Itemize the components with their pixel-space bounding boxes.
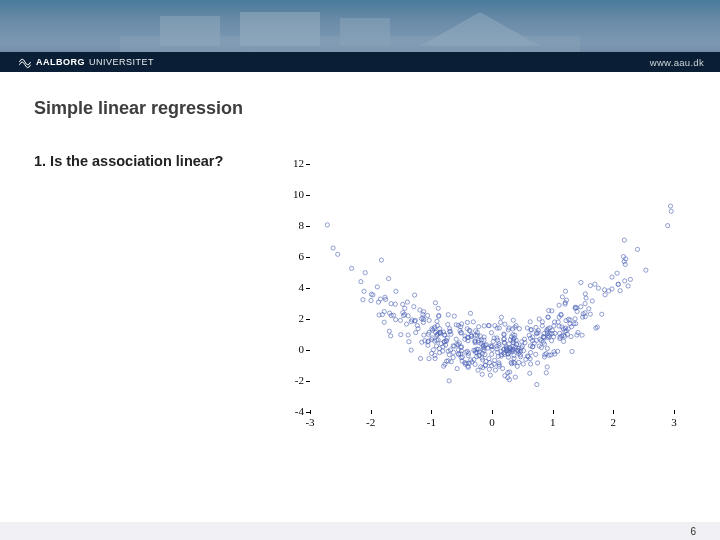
svg-point-479 — [452, 350, 456, 354]
svg-point-142 — [376, 300, 380, 304]
svg-point-191 — [468, 311, 472, 315]
y-tick-mark — [306, 288, 310, 289]
svg-point-344 — [544, 371, 548, 375]
svg-point-299 — [602, 288, 606, 292]
svg-point-312 — [476, 368, 480, 372]
svg-point-500 — [493, 324, 497, 328]
svg-point-53 — [499, 315, 503, 319]
svg-point-185 — [414, 331, 418, 335]
svg-point-466 — [392, 313, 396, 317]
svg-point-446 — [336, 252, 340, 256]
svg-point-434 — [403, 306, 407, 310]
svg-point-152 — [389, 334, 393, 338]
y-tick-mark — [306, 319, 310, 320]
svg-point-348 — [401, 302, 405, 306]
svg-point-186 — [427, 318, 431, 322]
svg-point-210 — [418, 308, 422, 312]
svg-point-301 — [590, 299, 594, 303]
svg-point-380 — [615, 271, 619, 275]
page-number: 6 — [690, 526, 696, 537]
svg-point-327 — [588, 312, 592, 316]
svg-point-58 — [446, 322, 450, 326]
y-tick-label: 4 — [280, 281, 304, 293]
svg-point-102 — [407, 340, 411, 344]
svg-point-331 — [616, 282, 620, 286]
svg-point-386 — [628, 277, 632, 281]
svg-point-267 — [378, 297, 382, 301]
svg-point-406 — [463, 362, 467, 366]
svg-point-264 — [426, 313, 430, 317]
x-tick-mark — [613, 410, 614, 414]
svg-point-292 — [416, 327, 420, 331]
svg-point-165 — [557, 324, 561, 328]
svg-point-452 — [644, 268, 648, 272]
svg-point-206 — [404, 322, 408, 326]
svg-point-42 — [398, 318, 402, 322]
x-tick-label: 1 — [543, 416, 563, 428]
svg-point-341 — [534, 352, 538, 356]
svg-point-328 — [552, 324, 556, 328]
logo-text-light: UNIVERSITET — [89, 57, 154, 67]
svg-point-236 — [435, 319, 439, 323]
svg-point-454 — [496, 354, 500, 358]
svg-point-398 — [455, 367, 459, 371]
x-tick-mark — [371, 410, 372, 414]
svg-point-364 — [402, 314, 406, 318]
svg-point-383 — [521, 362, 525, 366]
svg-point-258 — [566, 317, 570, 321]
svg-point-243 — [490, 352, 494, 356]
svg-point-467 — [515, 364, 519, 368]
svg-point-366 — [465, 320, 469, 324]
svg-point-458 — [512, 356, 516, 360]
svg-point-377 — [427, 357, 431, 361]
y-tick-mark — [306, 164, 310, 165]
university-logo: AALBORG UNIVERSITET — [18, 54, 154, 70]
svg-point-374 — [415, 324, 419, 328]
svg-point-135 — [418, 356, 422, 360]
svg-point-149 — [596, 286, 600, 290]
svg-point-181 — [573, 317, 577, 321]
svg-point-342 — [626, 284, 630, 288]
svg-point-439 — [593, 282, 597, 286]
svg-point-339 — [669, 209, 673, 213]
svg-rect-2 — [240, 12, 320, 46]
svg-point-12 — [482, 324, 486, 328]
svg-point-203 — [363, 271, 367, 275]
svg-point-117 — [545, 365, 549, 369]
svg-rect-3 — [340, 18, 390, 46]
svg-point-407 — [477, 325, 481, 329]
svg-point-233 — [666, 224, 670, 228]
svg-point-179 — [535, 382, 539, 386]
svg-point-34 — [434, 344, 438, 348]
svg-point-195 — [489, 331, 493, 335]
svg-point-408 — [487, 357, 491, 361]
svg-point-488 — [546, 327, 550, 331]
logo-wave-icon — [18, 55, 32, 69]
svg-point-300 — [607, 289, 611, 293]
svg-point-449 — [579, 305, 583, 309]
svg-point-350 — [422, 310, 426, 314]
slide-content: Simple linear regression 1. Is the assoc… — [0, 72, 720, 169]
x-tick-label: 3 — [664, 416, 684, 428]
svg-point-266 — [635, 247, 639, 251]
x-tick-label: 2 — [603, 416, 623, 428]
svg-marker-4 — [420, 12, 540, 46]
y-tick-mark — [306, 226, 310, 227]
svg-point-257 — [623, 279, 627, 283]
svg-point-171 — [511, 318, 515, 322]
y-tick-mark — [306, 381, 310, 382]
y-tick-label: 10 — [280, 188, 304, 200]
svg-point-190 — [668, 204, 672, 208]
header-banner: AALBORG UNIVERSITET www.aau.dk — [0, 0, 720, 72]
svg-point-277 — [433, 301, 437, 305]
svg-point-147 — [528, 320, 532, 324]
svg-point-239 — [528, 371, 532, 375]
scatter-plot: -4-2024681012-3-2-10123 — [280, 160, 690, 460]
svg-point-435 — [471, 320, 475, 324]
svg-point-224 — [369, 298, 373, 302]
header-background-image — [120, 6, 580, 52]
svg-point-369 — [517, 360, 521, 364]
slide-title: Simple linear regression — [34, 98, 686, 119]
svg-point-6 — [478, 334, 482, 338]
svg-point-372 — [549, 339, 553, 343]
